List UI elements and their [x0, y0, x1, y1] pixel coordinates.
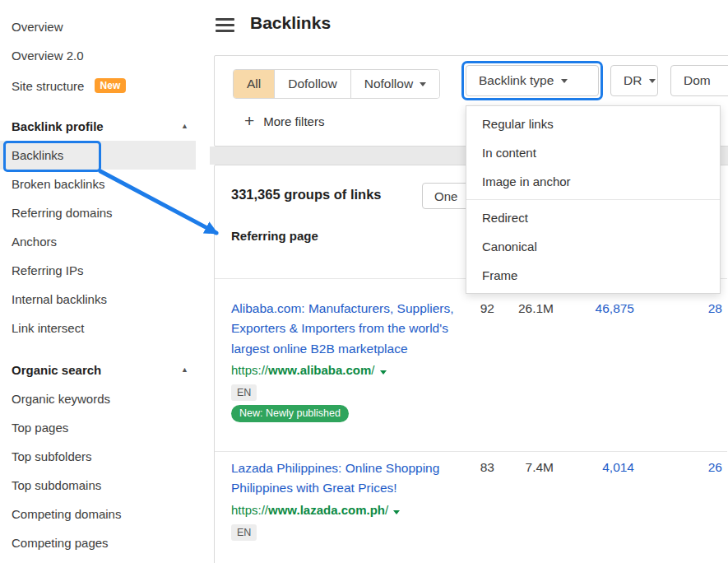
new-feature-badge: New [95, 78, 127, 93]
menu-icon[interactable] [216, 18, 234, 32]
dr-label: DR [624, 73, 642, 88]
table-row: Alibaba.com: Manufacturers, Suppliers, E… [231, 299, 461, 422]
sidebar-item-top-subdomains[interactable]: Top subdomains [0, 471, 210, 500]
sidebar-item-backlinks[interactable]: Backlinks [0, 141, 196, 170]
url-path: / [371, 363, 374, 377]
results-count: 331,365 groups of links [231, 187, 381, 202]
filter-all-button[interactable]: All [234, 70, 275, 98]
domain-filter-button[interactable]: Dom [670, 65, 728, 96]
backlink-type-filter-button[interactable]: Backlink type [466, 65, 599, 96]
language-badge: EN [231, 384, 257, 401]
chevron-down-icon [420, 82, 426, 86]
language-badge: EN [231, 524, 257, 541]
section-label: Organic search [12, 356, 101, 384]
referring-page-url[interactable]: https://www.alibaba.com/ [231, 361, 461, 379]
sidebar-item-top-subfolders[interactable]: Top subfolders [0, 442, 210, 471]
referring-page-url[interactable]: https://www.lazada.com.ph/ [231, 500, 461, 519]
collapse-up-icon[interactable]: ▲ [181, 356, 188, 384]
dropdown-item-redirect[interactable]: Redirect [466, 203, 720, 232]
url-scheme: https:// [231, 363, 268, 377]
traffic-value: 7.4M [498, 460, 554, 475]
dropdown-group-links: Regular links In content Image in anchor [466, 106, 720, 199]
app-window: Overview Overview 2.0 Site structure New… [0, 0, 728, 563]
sidebar-item-internal-backlinks[interactable]: Internal backlinks [0, 285, 210, 314]
dropdown-item-in-content[interactable]: In content [466, 138, 720, 167]
sidebar-item-organic-keywords[interactable]: Organic keywords [0, 384, 210, 413]
filter-dofollow-button[interactable]: Dofollow [275, 70, 350, 98]
dr-filter-button[interactable]: DR [610, 65, 658, 96]
traffic-value: 26.1M [498, 301, 554, 316]
ur-value: 92 [457, 301, 494, 316]
sidebar-item-top-pages[interactable]: Top pages [0, 413, 210, 442]
url-domain: www.alibaba.com [268, 363, 371, 377]
sidebar-item-label: Site structure [12, 79, 84, 93]
section-label: Backlink profile [12, 112, 104, 141]
dropdown-item-frame[interactable]: Frame [466, 261, 720, 290]
more-filters-label: More filters [263, 114, 324, 128]
sidebar-item-competing-domains[interactable]: Competing domains [0, 500, 210, 528]
sidebar-item-broken-backlinks[interactable]: Broken backlinks [0, 170, 210, 198]
backlink-type-label: Backlink type [479, 73, 554, 88]
chevron-down-icon[interactable] [393, 510, 400, 514]
linked-domains-link[interactable]: 26 [671, 460, 722, 475]
sidebar-item-site-structure[interactable]: Site structure New [0, 70, 210, 99]
chevron-down-icon [649, 79, 656, 83]
sidebar-item-link-intersect[interactable]: Link intersect [0, 314, 210, 342]
links-count-link[interactable]: 4,014 [573, 460, 634, 475]
links-count-link[interactable]: 46,875 [573, 301, 634, 316]
sidebar-item-overview[interactable]: Overview [0, 12, 210, 41]
filter-nofollow-label: Nofollow [364, 77, 413, 91]
chevron-down-icon [561, 79, 568, 83]
sidebar-section-backlink-profile[interactable]: Backlink profile ▲ [0, 112, 210, 141]
sidebar-item-referring-ips[interactable]: Referring IPs [0, 256, 210, 285]
plus-icon: + [244, 112, 254, 130]
more-filters-button[interactable]: + More filters [244, 112, 324, 130]
linked-domains-link[interactable]: 28 [671, 301, 722, 316]
dropdown-item-canonical[interactable]: Canonical [466, 232, 720, 261]
sidebar-item-overview-2[interactable]: Overview 2.0 [0, 41, 210, 70]
url-domain: www.lazada.com.ph [268, 503, 385, 517]
dropdown-item-image-in-anchor[interactable]: Image in anchor [466, 167, 720, 196]
dropdown-item-regular-links[interactable]: Regular links [466, 109, 720, 138]
ur-value: 83 [457, 460, 494, 475]
follow-filter-group: All Dofollow Nofollow [233, 69, 440, 99]
sidebar-item-anchors[interactable]: Anchors [0, 227, 210, 256]
backlink-type-dropdown: Regular links In content Image in anchor… [466, 105, 721, 294]
sidebar-item-competing-pages[interactable]: Competing pages [0, 528, 210, 557]
domain-label: Dom [684, 73, 711, 88]
sidebar-item-referring-domains[interactable]: Referring domains [0, 198, 210, 227]
table-row-divider [215, 451, 727, 452]
dropdown-group-other: Redirect Canonical Frame [466, 200, 720, 293]
sidebar: Overview Overview 2.0 Site structure New… [0, 0, 210, 563]
url-path: / [385, 503, 388, 517]
chevron-down-icon[interactable] [380, 370, 387, 375]
page-title: Backlinks [250, 13, 331, 33]
filter-nofollow-button[interactable]: Nofollow [351, 70, 439, 98]
referring-page-column-header[interactable]: Referring page [231, 229, 318, 243]
referring-page-link[interactable]: Alibaba.com: Manufacturers, Suppliers, E… [231, 299, 455, 359]
url-scheme: https:// [231, 503, 268, 517]
newly-published-badge: New: Newly published [231, 405, 349, 422]
collapse-up-icon[interactable]: ▲ [181, 112, 188, 141]
sidebar-section-organic-search[interactable]: Organic search ▲ [0, 356, 210, 384]
table-row: Lazada Philippines: Online Shopping Phil… [231, 458, 461, 541]
referring-page-link[interactable]: Lazada Philippines: Online Shopping Phil… [231, 458, 455, 499]
